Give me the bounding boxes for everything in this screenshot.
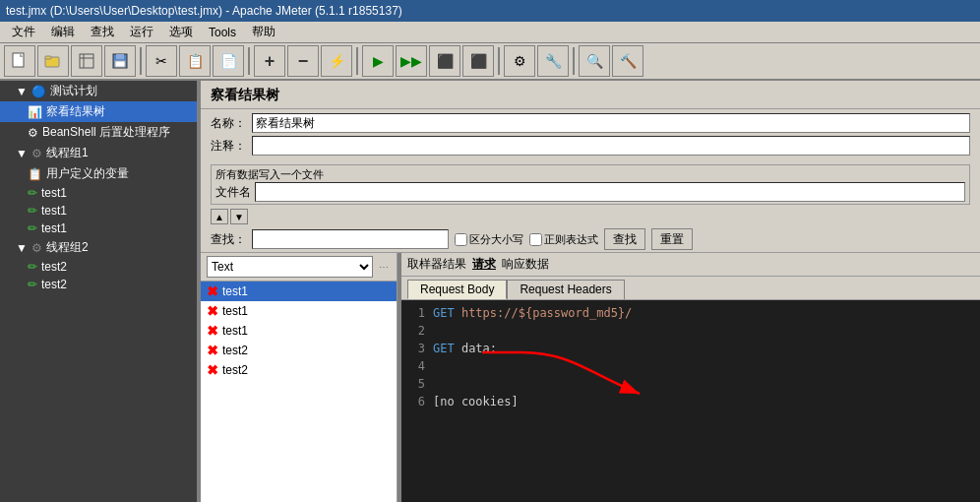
sep1 <box>140 47 142 75</box>
tree-label: test1 <box>41 221 67 235</box>
result-list: Text HTML JSON XML ⋯ ✖ test1 ✖ test1 <box>201 253 398 502</box>
arrow-down[interactable]: ▼ <box>230 209 248 224</box>
tree-item-test1-a[interactable]: ✏ test1 <box>0 184 197 202</box>
arrow-up[interactable]: ▲ <box>211 209 228 224</box>
tree-label: 察看结果树 <box>46 103 105 120</box>
toolbar-remote-stop[interactable]: 🔧 <box>537 45 569 77</box>
toolbar-paste[interactable]: 📄 <box>213 45 244 77</box>
toolbar-add[interactable]: + <box>254 45 285 77</box>
beanshell-icon: ⚙ <box>28 126 38 140</box>
toolbar-templates[interactable] <box>71 45 102 77</box>
tree-item-beanshell[interactable]: ⚙ BeanShell 后置处理程序 <box>0 122 197 143</box>
toolbar-remote-start[interactable]: ⚙ <box>504 45 535 77</box>
filename-input[interactable] <box>255 182 965 202</box>
sep4 <box>498 47 500 75</box>
tree-label: 线程组1 <box>46 145 89 161</box>
search-label: 查找： <box>211 231 246 248</box>
comment-input[interactable] <box>252 136 970 156</box>
collapse-icon: ▼ <box>16 147 28 160</box>
tree-item-threadgroup2[interactable]: ▼ ⚙ 线程组2 <box>0 237 197 258</box>
sep2 <box>248 47 250 75</box>
toolbar-open[interactable] <box>37 45 69 77</box>
toolbar-save[interactable] <box>104 45 136 77</box>
search-input[interactable] <box>252 229 449 249</box>
request-headers-tab[interactable]: Request Headers <box>507 280 624 299</box>
result-item-label-4: test2 <box>222 344 248 357</box>
main-layout: ▼ 🔵 测试计划 📊 察看结果树 ⚙ BeanShell 后置处理程序 ▼ ⚙ … <box>0 81 980 502</box>
result-item-label-2: test1 <box>222 304 248 318</box>
menu-file[interactable]: 文件 <box>4 22 43 42</box>
toolbar-new[interactable] <box>4 45 35 77</box>
request-tab[interactable]: 请求 <box>472 256 496 273</box>
title-bar: test.jmx (D:\Users\User\Desktop\test.jmx… <box>0 0 980 22</box>
toolbar-shutdown[interactable]: ⬛ <box>462 45 494 77</box>
result-tree-icon: 📊 <box>28 105 42 119</box>
reset-button[interactable]: 重置 <box>651 228 693 250</box>
tree-label: BeanShell 后置处理程序 <box>42 124 170 141</box>
response-data-tab[interactable]: 响应数据 <box>502 256 549 273</box>
regex-checkbox[interactable] <box>529 233 542 246</box>
toolbar-start[interactable]: ▶ <box>362 45 394 77</box>
form-section: 名称： 注释： <box>201 109 980 162</box>
menu-tools[interactable]: Tools <box>201 24 244 41</box>
filename-label: 文件名 <box>215 184 251 201</box>
menu-bar: 文件 编辑 查找 运行 选项 Tools 帮助 <box>0 22 980 43</box>
code-area: 1 2 3 4 5 6 GET https://${password_md5}/… <box>401 300 980 502</box>
tree-item-test2-b[interactable]: ✏ test2 <box>0 276 197 293</box>
menu-edit[interactable]: 编辑 <box>43 22 83 42</box>
tree-item-test2-a[interactable]: ✏ test2 <box>0 258 197 276</box>
tree-item-threadgroup1[interactable]: ▼ ⚙ 线程组1 <box>0 143 197 163</box>
case-sensitive-checkbox-label: 区分大小写 <box>455 232 523 247</box>
request-body-tab[interactable]: Request Body <box>407 280 507 299</box>
menu-options[interactable]: 选项 <box>161 22 201 42</box>
result-item-4[interactable]: ✖ test2 <box>201 341 397 360</box>
detail-sub-tabs: Request Body Request Headers <box>401 277 980 300</box>
name-input[interactable] <box>252 113 970 133</box>
result-item-1[interactable]: ✖ test1 <box>201 282 397 301</box>
result-list-header: Text HTML JSON XML ⋯ <box>201 253 397 282</box>
search-button[interactable]: 查找 <box>604 228 645 250</box>
result-item-2[interactable]: ✖ test1 <box>201 301 397 321</box>
toolbar-search[interactable]: 🔍 <box>579 45 610 77</box>
tree-item-test1-b[interactable]: ✏ test1 <box>0 202 197 220</box>
toolbar-start-no-pause[interactable]: ▶▶ <box>396 45 427 77</box>
tree-item-test1-c[interactable]: ✏ test1 <box>0 220 197 237</box>
test-icon: ✏ <box>28 186 37 200</box>
menu-find[interactable]: 查找 <box>83 22 122 42</box>
menu-run[interactable]: 运行 <box>122 22 161 42</box>
bottom-section: Text HTML JSON XML ⋯ ✖ test1 ✖ test1 <box>201 252 980 502</box>
comment-label: 注释： <box>211 138 246 155</box>
error-icon-5: ✖ <box>207 362 218 378</box>
error-icon-4: ✖ <box>207 343 218 358</box>
result-item-3[interactable]: ✖ test1 <box>201 321 397 341</box>
result-item-label-5: test2 <box>222 363 248 377</box>
test-icon: ✏ <box>28 221 37 235</box>
toolbar-clear[interactable]: ⚡ <box>321 45 352 77</box>
error-icon-2: ✖ <box>207 303 218 319</box>
sampler-result-tab[interactable]: 取样器结果 <box>407 256 466 273</box>
collapse-icon: ▼ <box>16 241 28 255</box>
toolbar-remove[interactable]: − <box>287 45 319 77</box>
error-icon-1: ✖ <box>207 283 218 299</box>
tree-label: 用户定义的变量 <box>46 165 129 182</box>
toolbar-cut[interactable]: ✂ <box>146 45 177 77</box>
right-panel: 察看结果树 名称： 注释： 所有数据写入一个文件 文件名 ▲ ▼ <box>201 81 980 502</box>
test-icon: ✏ <box>28 278 37 291</box>
detail-tabs: 取样器结果 请求 响应数据 <box>401 253 980 277</box>
tree-label: 线程组2 <box>46 239 89 256</box>
collapse-icon: ▼ <box>16 85 28 98</box>
toolbar-stop[interactable]: ⬛ <box>429 45 460 77</box>
tree-item-uservars[interactable]: 📋 用户定义的变量 <box>0 163 197 184</box>
toolbar-copy[interactable]: 📋 <box>179 45 211 77</box>
svg-rect-3 <box>80 54 93 68</box>
tree-item-result-tree[interactable]: 📊 察看结果树 <box>0 101 197 122</box>
menu-help[interactable]: 帮助 <box>244 22 283 42</box>
tree-item-testplan[interactable]: ▼ 🔵 测试计划 <box>0 81 197 101</box>
test-icon: ✏ <box>28 204 37 218</box>
case-sensitive-checkbox[interactable] <box>455 233 467 246</box>
format-dropdown[interactable]: Text HTML JSON XML <box>207 256 373 278</box>
scroll-indicator: ⋯ <box>377 262 391 273</box>
tree-label: test2 <box>41 278 67 291</box>
result-item-5[interactable]: ✖ test2 <box>201 360 397 380</box>
toolbar-reset[interactable]: 🔨 <box>612 45 643 77</box>
